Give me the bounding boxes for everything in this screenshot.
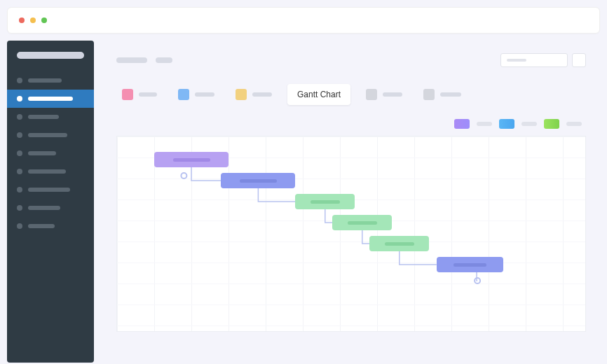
search-placeholder bbox=[507, 59, 526, 62]
gantt-bar-3[interactable] bbox=[295, 194, 355, 209]
sidebar-item-label bbox=[28, 97, 73, 101]
tab-swatch-icon bbox=[122, 89, 133, 100]
tab-5[interactable] bbox=[418, 85, 467, 104]
gantt-chart bbox=[116, 136, 586, 332]
gantt-bar-1[interactable] bbox=[154, 152, 229, 167]
sidebar-item-2[interactable] bbox=[7, 108, 94, 126]
tab-4[interactable] bbox=[360, 85, 408, 104]
sidebar-item-8[interactable] bbox=[7, 217, 94, 235]
gantt-bar-label bbox=[348, 221, 377, 225]
sidebar-header bbox=[17, 52, 84, 59]
legend-label-2 bbox=[566, 122, 582, 126]
tab-3[interactable]: Gantt Chart bbox=[287, 84, 350, 105]
window-controls bbox=[19, 18, 47, 23]
gantt-bar-label bbox=[240, 179, 277, 183]
legend-label-0 bbox=[477, 122, 492, 126]
tab-label bbox=[440, 92, 461, 97]
sidebar-item-label bbox=[28, 78, 62, 83]
bullet-icon bbox=[17, 132, 22, 138]
view-tabs: Gantt Chart bbox=[116, 84, 586, 105]
tab-1[interactable] bbox=[172, 85, 220, 104]
breadcrumb-segment-0[interactable] bbox=[116, 57, 147, 63]
tab-label bbox=[252, 92, 272, 97]
tab-label: Gantt Chart bbox=[297, 90, 341, 99]
gantt-bar-label bbox=[173, 158, 210, 162]
breadcrumb-segment-1[interactable] bbox=[156, 57, 172, 63]
legend-label-1 bbox=[521, 122, 537, 126]
search-button[interactable] bbox=[572, 53, 586, 67]
sidebar-item-label bbox=[28, 115, 59, 119]
sidebar-item-label bbox=[28, 151, 56, 155]
legend-swatch-2 bbox=[544, 119, 559, 129]
sidebar-item-6[interactable] bbox=[7, 181, 94, 199]
legend-swatch-0 bbox=[454, 119, 470, 129]
sidebar-item-3[interactable] bbox=[7, 126, 94, 144]
close-icon[interactable] bbox=[19, 18, 25, 23]
legend-swatch-1 bbox=[499, 119, 514, 129]
gantt-bar-5[interactable] bbox=[369, 236, 429, 251]
bullet-icon bbox=[17, 223, 22, 229]
bullet-icon bbox=[17, 96, 22, 102]
sidebar-item-label bbox=[28, 206, 60, 210]
gantt-bar-2[interactable] bbox=[221, 173, 295, 188]
gantt-bar-4[interactable] bbox=[332, 215, 392, 230]
sidebar-item-4[interactable] bbox=[7, 144, 94, 162]
tab-label bbox=[383, 92, 402, 97]
tab-swatch-icon bbox=[423, 89, 435, 100]
sidebar-item-0[interactable] bbox=[7, 71, 94, 90]
sidebar bbox=[7, 41, 94, 363]
sidebar-item-label bbox=[28, 133, 67, 137]
gantt-bar-label bbox=[385, 242, 414, 246]
sidebar-item-5[interactable] bbox=[7, 162, 94, 181]
search-input[interactable] bbox=[500, 53, 568, 67]
sidebar-item-1[interactable] bbox=[7, 90, 94, 108]
bullet-icon bbox=[17, 78, 22, 83]
svg-point-0 bbox=[181, 173, 186, 178]
tab-swatch-icon bbox=[236, 89, 247, 100]
sidebar-item-label bbox=[28, 169, 66, 174]
breadcrumb bbox=[116, 57, 172, 63]
minimize-icon[interactable] bbox=[30, 18, 36, 23]
gantt-bar-label bbox=[453, 263, 487, 267]
tab-swatch-icon bbox=[366, 89, 377, 100]
bullet-icon bbox=[17, 187, 22, 192]
bullet-icon bbox=[17, 114, 22, 120]
tab-label bbox=[139, 92, 157, 97]
sidebar-item-label bbox=[28, 224, 55, 228]
gantt-bar-label bbox=[311, 200, 340, 204]
tab-2[interactable] bbox=[230, 85, 278, 104]
sidebar-item-7[interactable] bbox=[7, 199, 94, 217]
main-panel: Gantt Chart bbox=[94, 41, 600, 363]
bullet-icon bbox=[17, 169, 22, 174]
bullet-icon bbox=[17, 150, 22, 156]
tab-swatch-icon bbox=[178, 89, 189, 100]
sidebar-item-label bbox=[28, 188, 70, 192]
gantt-bar-6[interactable] bbox=[437, 257, 503, 272]
zoom-icon[interactable] bbox=[41, 18, 47, 23]
legend bbox=[116, 119, 586, 129]
title-bar bbox=[7, 7, 600, 34]
tab-label bbox=[195, 92, 214, 97]
bullet-icon bbox=[17, 205, 22, 211]
tab-0[interactable] bbox=[116, 85, 163, 104]
